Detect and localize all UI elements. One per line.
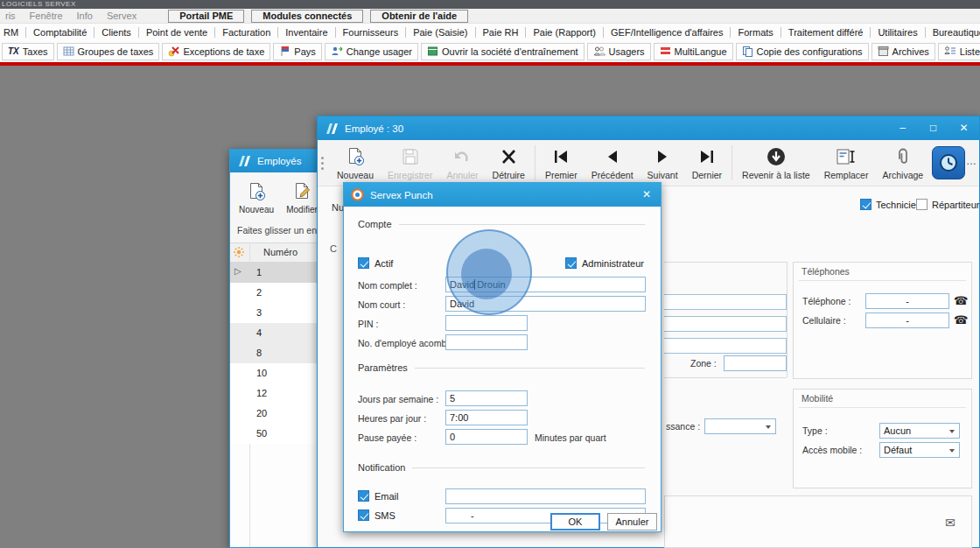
menu-item-fenetre[interactable]: Fenêtre (30, 11, 63, 21)
tab-clients[interactable]: Clients (94, 27, 139, 38)
tab-paie-rapport[interactable]: Paie (Rapport) (526, 27, 604, 38)
servex-logo-icon (237, 155, 251, 167)
tab-paie-saisie[interactable]: Paie (Saisie) (406, 27, 475, 38)
menu-item-servex[interactable]: Servex (107, 11, 136, 21)
row-numero: 2 (256, 287, 262, 298)
filter-sun-icon[interactable] (234, 247, 244, 259)
phone-icon[interactable]: ☎ (954, 313, 968, 328)
tab-utilitaires[interactable]: Utilitaires (871, 27, 925, 38)
obtenir-aide-button[interactable]: Obtenir de l'aide (370, 10, 468, 23)
telephone-field[interactable]: - (865, 293, 949, 309)
tab-paie-rh[interactable]: Paie RH (476, 27, 527, 38)
modules-connectes-button[interactable]: Modules connectés (251, 10, 363, 23)
dialog-close-button[interactable]: ✕ (633, 183, 661, 207)
email-checkbox[interactable] (358, 490, 369, 502)
cut-text-field[interactable] (664, 338, 787, 354)
tab-rm[interactable]: RM (0, 27, 26, 38)
nouveau-button[interactable]: Nouveau (330, 140, 381, 186)
tab-formats[interactable]: Formats (731, 27, 780, 38)
row-numero: 8 (256, 348, 262, 358)
nouveau-label: Nouveau (239, 205, 274, 214)
groupes-taxes-button[interactable]: Groupes de taxes (57, 43, 160, 60)
pin-field[interactable] (445, 315, 528, 331)
email-field[interactable] (445, 488, 646, 504)
nom-complet-label: Nom complet : (358, 280, 417, 291)
tab-fournisseurs[interactable]: Fournisseurs (336, 27, 407, 38)
taxes-button[interactable]: TX Taxes (2, 43, 54, 60)
toolbar-grip-handle[interactable] (321, 148, 328, 178)
pause-payee-field[interactable]: 0 (445, 429, 528, 445)
archivage-button[interactable]: Archivage (875, 140, 930, 186)
row-numero: 20 (256, 408, 267, 418)
dernier-button[interactable]: Dernier (685, 140, 729, 186)
heures-par-jour-field[interactable]: 7:00 (445, 410, 528, 425)
technicien-checkbox[interactable] (860, 199, 872, 210)
cellulaire-field[interactable]: - (865, 313, 949, 328)
no-acomba-field[interactable] (445, 334, 528, 350)
administrateur-checkbox[interactable] (565, 257, 577, 269)
row-numero: 12 (256, 388, 267, 398)
exceptions-taxe-button[interactable]: Exceptions de taxe (162, 43, 270, 60)
remplacer-label: Remplacer (824, 170, 869, 180)
naissance-dropdown[interactable] (704, 418, 776, 434)
users-icon (593, 46, 606, 57)
archives-button[interactable]: Archives (872, 43, 935, 60)
type-dropdown[interactable]: Aucun (879, 423, 960, 439)
telephones-group: Téléphones Téléphone : - ☎ Cellulaire : … (793, 262, 972, 379)
column-header-numero[interactable]: Numéro (263, 247, 298, 257)
annuler-button[interactable]: Annuler (607, 513, 657, 530)
ok-button[interactable]: OK (550, 513, 600, 530)
repartiteur-checkbox[interactable] (916, 199, 928, 210)
nouveau-button[interactable]: Nouveau (235, 176, 277, 220)
numero-label-fragment: Nu (332, 202, 344, 213)
menu-item-favoris[interactable]: ris (5, 11, 16, 21)
liste-usagers-button[interactable]: Liste des usagers (938, 43, 980, 60)
change-usager-button[interactable]: Change usager (325, 43, 418, 60)
usagers-button[interactable]: Usagers (587, 43, 651, 60)
tab-comptabilite[interactable]: Comptabilité (26, 27, 94, 38)
precedent-button[interactable]: Précédent (584, 140, 640, 186)
cut-text-field[interactable] (664, 294, 787, 310)
jours-par-semaine-field[interactable]: 5 (445, 390, 528, 406)
minimize-button[interactable]: – (887, 116, 918, 140)
revenir-liste-button[interactable]: Revenir à la liste (735, 140, 817, 186)
menu-item-info[interactable]: Info (77, 11, 93, 21)
tab-traitement-differe[interactable]: Traitement différé (781, 27, 872, 38)
detruire-button[interactable]: Détruire (486, 140, 532, 186)
tab-inventaire[interactable]: Inventaire (278, 27, 335, 38)
no-acomba-label: No. d'employé acomba : (358, 338, 457, 348)
actif-label: Actif (374, 258, 393, 269)
phone-icon[interactable]: ☎ (954, 293, 968, 309)
tab-gef[interactable]: GEF/Intelligence d'affaires (604, 27, 731, 38)
actif-checkbox[interactable] (358, 257, 369, 269)
employe-titlebar[interactable]: Employé : 30 – □ ✕ (318, 116, 979, 140)
punch-clock-button[interactable] (932, 146, 965, 179)
remplacer-button[interactable]: Remplacer (817, 140, 876, 186)
premier-button[interactable]: Premier (538, 140, 584, 186)
annuler-button[interactable]: Annuler (439, 140, 485, 186)
multilangue-button[interactable]: MultiLangue (654, 43, 733, 60)
envelope-icon[interactable]: ✉ (945, 516, 956, 530)
groupes-taxes-label: Groupes de taxes (78, 46, 154, 57)
acces-mobile-dropdown[interactable]: Défaut (879, 442, 960, 458)
copie-configurations-button[interactable]: Copie des configurations (736, 43, 869, 60)
tab-bureautique[interactable]: Bureautique (926, 27, 980, 38)
suivant-button[interactable]: Suivant (640, 140, 685, 186)
nouveau-label: Nouveau (337, 170, 374, 180)
zone-label: Zone : (690, 358, 717, 369)
toolbar-overflow-button[interactable]: … (966, 155, 976, 167)
pays-button[interactable]: Pays (273, 43, 321, 60)
cut-text-field[interactable] (664, 316, 787, 332)
zone-field[interactable] (724, 355, 787, 371)
societe-entrainement-button[interactable]: Ouvrir la société d'entraînement (421, 43, 584, 60)
tab-point-de-vente[interactable]: Point de vente (139, 27, 215, 38)
maximize-button[interactable]: □ (918, 116, 948, 140)
enregistrer-button[interactable]: Enregistrer (381, 140, 439, 186)
punch-dialog-titlebar[interactable]: Servex Punch ✕ (344, 183, 661, 207)
sms-checkbox[interactable] (358, 509, 369, 521)
close-button[interactable]: ✕ (948, 116, 979, 140)
employe-window-title: Employé : 30 (345, 123, 403, 134)
tab-facturation[interactable]: Facturation (215, 27, 278, 38)
portail-pme-button[interactable]: Portail PME (168, 10, 244, 23)
notification-group-header: Notification (358, 462, 645, 473)
